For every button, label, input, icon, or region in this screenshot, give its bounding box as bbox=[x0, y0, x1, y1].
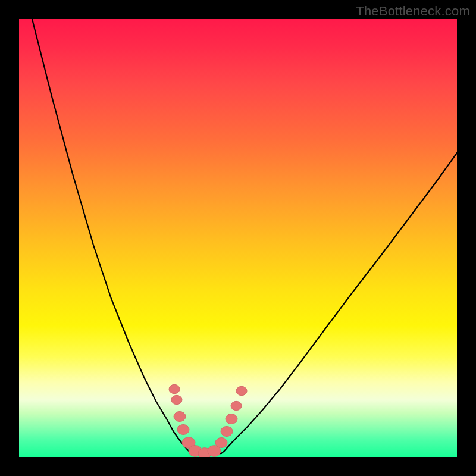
marker-dot-8 bbox=[215, 438, 227, 448]
marker-dot-2 bbox=[174, 412, 186, 422]
marker-dot-3 bbox=[177, 425, 189, 435]
marker-dot-10 bbox=[226, 414, 237, 424]
plot-area bbox=[19, 19, 457, 457]
marker-dot-1 bbox=[171, 395, 182, 404]
chart-frame: TheBottleneck.com bbox=[0, 0, 476, 476]
watermark-text: TheBottleneck.com bbox=[356, 4, 470, 19]
marker-dot-9 bbox=[221, 427, 233, 437]
marker-dot-12 bbox=[236, 386, 247, 395]
marker-dot-0 bbox=[169, 384, 180, 393]
curve-markers bbox=[19, 19, 457, 457]
marker-dot-11 bbox=[231, 401, 242, 410]
